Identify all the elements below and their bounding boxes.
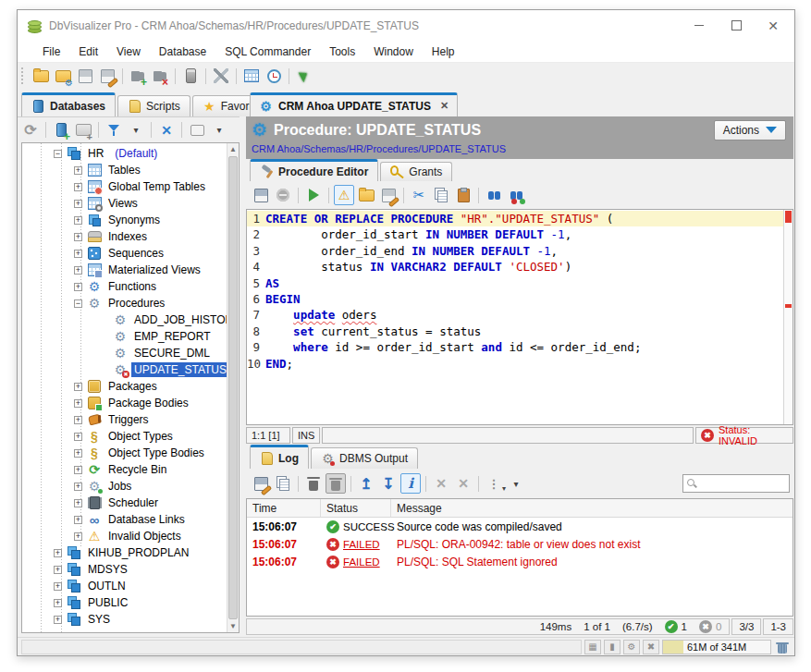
tree-item-hr[interactable]: −HR(Default) [22, 145, 226, 162]
expander-icon[interactable]: + [74, 483, 82, 491]
log-search[interactable] [682, 474, 790, 493]
tree-item-views[interactable]: +Views [22, 195, 226, 212]
save-as-icon[interactable] [97, 66, 117, 86]
expander-icon[interactable]: + [74, 266, 82, 275]
scroll-down-icon[interactable]: ▼ [227, 620, 239, 632]
menu-item-help[interactable]: Help [424, 43, 463, 60]
tree-item-object-type-bodies[interactable]: +Object Type Bodies [22, 445, 226, 461]
log-row[interactable]: 15:06:07FAILEDPL/SQL: SQL Statement igno… [247, 553, 793, 570]
save-as-icon[interactable] [378, 185, 399, 205]
tab-close-icon[interactable]: ✕ [440, 100, 449, 112]
find-icon[interactable] [484, 185, 504, 205]
error-ruler[interactable] [783, 210, 793, 424]
menu-item-view[interactable]: View [108, 43, 149, 60]
code-line[interactable]: 9 where id >= order_id_start and id <= o… [247, 339, 783, 355]
tree-item-package-bodies[interactable]: +Package Bodies [22, 395, 226, 411]
expander-icon[interactable]: − [74, 299, 82, 308]
expander-icon[interactable]: + [74, 416, 82, 424]
tree-item-materialized-views[interactable]: +Materialized Views [22, 262, 226, 278]
sql-editor[interactable]: 1CREATE OR REPLACE PROCEDURE "HR"."UPDAT… [246, 209, 793, 425]
trash-icon[interactable] [303, 473, 324, 494]
panel-splitter[interactable] [240, 92, 246, 637]
tree-item-object-types[interactable]: +Object Types [22, 428, 226, 445]
memory-gauge[interactable]: 61M of 341M [662, 640, 771, 654]
code-line[interactable]: 2 order_id_start IN NUMBER DEFAULT -1, [247, 226, 783, 242]
expander-icon[interactable]: + [54, 582, 62, 591]
code-lines[interactable]: 1CREATE OR REPLACE PROCEDURE "HR"."UPDAT… [247, 210, 783, 424]
expander-icon[interactable]: + [74, 433, 82, 441]
code-line[interactable]: 10END; [247, 356, 783, 372]
tree-item-scheduler[interactable]: +Scheduler [22, 495, 226, 511]
conn-add-icon[interactable] [51, 120, 71, 141]
menu-item-edit[interactable]: Edit [70, 43, 106, 60]
maximize-icon[interactable] [730, 19, 743, 32]
code-line[interactable]: 4 status IN VARCHAR2 DEFAULT 'CLOSED') [247, 259, 783, 275]
code-line[interactable]: 8 set current_status = status [247, 324, 783, 339]
log-row[interactable]: 15:06:07SUCCESSSource code was compiled/… [247, 518, 793, 535]
caret-icon[interactable] [209, 120, 229, 141]
menu-item-file[interactable]: File [34, 43, 68, 60]
copy-icon[interactable] [431, 185, 451, 205]
clock-icon[interactable] [264, 66, 284, 86]
column-header-time[interactable]: Time [247, 499, 321, 517]
tree-scrollbar[interactable]: ▲ ▼ [227, 143, 239, 632]
cut-icon[interactable] [409, 185, 429, 205]
scrollbar-thumb[interactable] [228, 156, 238, 619]
tab-databases[interactable]: Databases [21, 92, 116, 116]
tab-log[interactable]: Log [250, 445, 309, 469]
breadcrumb[interactable]: CRM Ahoa/Schemas/HR/Procedures/UPDATE_ST… [252, 143, 786, 154]
tree-item-invalid-objects[interactable]: +Invalid Objects [22, 528, 226, 544]
expander-icon[interactable]: + [74, 499, 82, 507]
tree-item-database-links[interactable]: +Database Links [22, 511, 226, 528]
error-status-icon[interactable]: ✖ [643, 640, 659, 654]
fit-icon[interactable] [431, 473, 451, 494]
tree-item-synonyms[interactable]: +Synonyms [22, 212, 226, 228]
column-header-message[interactable]: Message [391, 499, 793, 517]
caret-icon[interactable] [126, 120, 146, 141]
menu-item-tools[interactable]: Tools [321, 43, 363, 60]
tree-item-indexes[interactable]: +Indexes [22, 228, 226, 245]
code-line[interactable]: 6BEGIN [247, 291, 783, 307]
expander-icon[interactable]: + [74, 532, 82, 541]
collapse-all-icon[interactable] [156, 120, 177, 141]
server-icon[interactable] [180, 66, 201, 86]
code-line[interactable]: 1CREATE OR REPLACE PROCEDURE "HR"."UPDAT… [247, 211, 783, 226]
expander-icon[interactable]: + [74, 449, 82, 458]
tree-item-secure-dml[interactable]: SECURE_DML [22, 345, 226, 361]
expander-icon[interactable]: + [74, 183, 82, 191]
gear-status-icon[interactable]: ⚙ [623, 640, 640, 654]
expander-icon[interactable]: + [74, 383, 82, 391]
expander-icon[interactable]: + [74, 466, 82, 474]
tree-item-global-temp-tables[interactable]: +Global Temp Tables [22, 178, 226, 195]
tools-icon[interactable] [211, 66, 231, 86]
folder-icon[interactable] [31, 66, 51, 86]
columns-icon[interactable] [484, 473, 504, 494]
column-header-status[interactable]: Status [321, 499, 391, 517]
menu-item-sql-commander[interactable]: SQL Commander [216, 43, 319, 60]
server-status-icon[interactable]: ▮ [604, 640, 621, 654]
expander-icon[interactable]: + [54, 599, 62, 607]
expander-icon[interactable]: + [54, 616, 62, 624]
trash-pressed-icon[interactable] [326, 473, 346, 494]
disconnect-icon[interactable] [150, 66, 170, 86]
to-bottom-icon[interactable] [378, 473, 399, 494]
filter-icon[interactable] [104, 120, 124, 141]
code-line[interactable]: 5AS [247, 275, 783, 291]
refresh-icon[interactable] [20, 120, 41, 141]
search-input[interactable] [700, 478, 785, 489]
find-replace-icon[interactable] [506, 185, 526, 205]
grid-status-icon[interactable]: ▦ [584, 640, 601, 654]
save2-icon[interactable] [251, 185, 271, 205]
expander-icon[interactable]: + [74, 166, 82, 175]
log-row[interactable]: 15:06:07FAILEDPL/SQL: ORA-00942: table o… [247, 535, 793, 553]
code-line[interactable]: 7 update oders [247, 307, 783, 323]
expander-icon[interactable]: − [54, 150, 62, 158]
error-mark-icon[interactable] [785, 304, 792, 308]
expander-icon[interactable]: + [74, 516, 82, 524]
warn-sel-icon[interactable] [334, 185, 354, 205]
expander-icon[interactable]: + [74, 200, 82, 208]
actions-button[interactable]: Actions [714, 120, 786, 141]
folder-icon[interactable] [356, 185, 376, 205]
run-icon[interactable] [303, 185, 324, 205]
menu-item-window[interactable]: Window [365, 43, 422, 60]
